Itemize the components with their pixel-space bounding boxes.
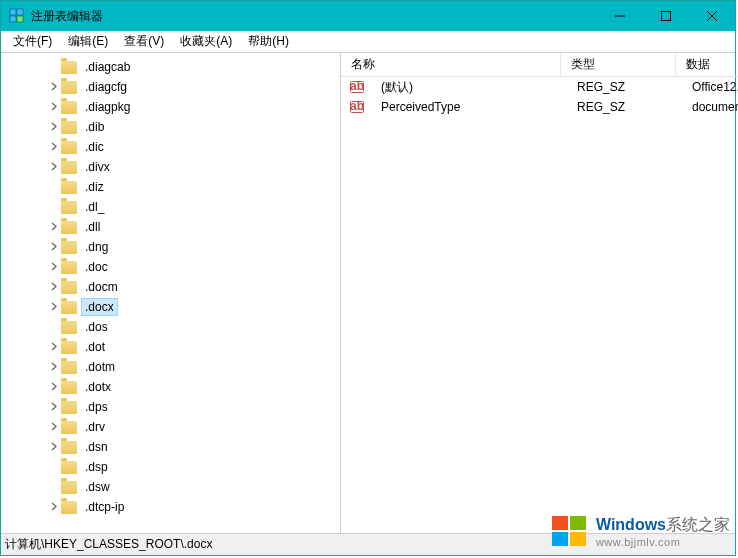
folder-icon xyxy=(61,361,77,374)
tree-node[interactable]: .diagcfg xyxy=(1,77,340,97)
tree-node[interactable]: .doc xyxy=(1,257,340,277)
expand-icon[interactable] xyxy=(47,162,61,173)
expand-icon[interactable] xyxy=(47,422,61,433)
folder-icon xyxy=(61,501,77,514)
tree-horizontal-scrollbar[interactable] xyxy=(1,516,340,533)
tree-node-label: .doc xyxy=(81,258,112,276)
tree-node-label: .dps xyxy=(81,398,112,416)
folder-icon xyxy=(61,181,77,194)
content-area: .diagcab.diagcfg.diagpkg.dib.dic.divx.di… xyxy=(1,53,735,533)
expand-icon[interactable] xyxy=(47,242,61,253)
tree-node-label: .dos xyxy=(81,318,112,336)
close-button[interactable] xyxy=(689,1,735,31)
value-name-cell: (默认) xyxy=(371,79,567,96)
list-pane: 名称 类型 数据 ab(默认)REG_SZOffice12.abPerceive… xyxy=(341,53,738,533)
tree-node[interactable]: .dos xyxy=(1,317,340,337)
tree-node[interactable]: .dib xyxy=(1,117,340,137)
folder-icon xyxy=(61,281,77,294)
list-header: 名称 类型 数据 xyxy=(341,53,738,77)
menu-view[interactable]: 查看(V) xyxy=(116,31,172,52)
tree-node[interactable]: .dsp xyxy=(1,457,340,477)
string-value-icon: ab xyxy=(349,99,365,115)
expand-icon[interactable] xyxy=(47,142,61,153)
menu-favorites[interactable]: 收藏夹(A) xyxy=(172,31,240,52)
tree-view[interactable]: .diagcab.diagcfg.diagpkg.dib.dic.divx.di… xyxy=(1,53,340,516)
menu-help[interactable]: 帮助(H) xyxy=(240,31,297,52)
app-icon xyxy=(9,8,25,24)
column-header-data[interactable]: 数据 xyxy=(676,53,738,76)
registry-editor-window: 注册表编辑器 文件(F) 编辑(E) 查看(V) 收藏夹(A) 帮助(H) .d… xyxy=(0,0,736,556)
tree-node[interactable]: .dll xyxy=(1,217,340,237)
titlebar[interactable]: 注册表编辑器 xyxy=(1,1,735,31)
expand-icon[interactable] xyxy=(47,382,61,393)
expand-icon[interactable] xyxy=(47,402,61,413)
tree-node[interactable]: .dl_ xyxy=(1,197,340,217)
tree-node-label: .dot xyxy=(81,338,109,356)
expand-icon[interactable] xyxy=(47,282,61,293)
svg-text:ab: ab xyxy=(350,99,364,113)
expand-icon[interactable] xyxy=(47,82,61,93)
expand-icon[interactable] xyxy=(47,442,61,453)
tree-node[interactable]: .diagpkg xyxy=(1,97,340,117)
tree-node[interactable]: .diz xyxy=(1,177,340,197)
expand-icon[interactable] xyxy=(47,342,61,353)
tree-node[interactable]: .divx xyxy=(1,157,340,177)
tree-node[interactable]: .dps xyxy=(1,397,340,417)
tree-node-label: .diz xyxy=(81,178,108,196)
expand-icon[interactable] xyxy=(47,502,61,513)
value-name-cell: PerceivedType xyxy=(371,100,567,114)
folder-icon xyxy=(61,321,77,334)
tree-node-label: .divx xyxy=(81,158,114,176)
maximize-button[interactable] xyxy=(643,1,689,31)
statusbar: 计算机\HKEY_CLASSES_ROOT\.docx xyxy=(1,533,735,555)
tree-node[interactable]: .docm xyxy=(1,277,340,297)
list-view[interactable]: ab(默认)REG_SZOffice12.abPerceivedTypeREG_… xyxy=(341,77,738,516)
tree-node-label: .docx xyxy=(81,298,118,316)
menu-file[interactable]: 文件(F) xyxy=(5,31,60,52)
tree-node[interactable]: .docx xyxy=(1,297,340,317)
minimize-button[interactable] xyxy=(597,1,643,31)
tree-node[interactable]: .diagcab xyxy=(1,57,340,77)
tree-node[interactable]: .dot xyxy=(1,337,340,357)
folder-icon xyxy=(61,241,77,254)
folder-icon xyxy=(61,421,77,434)
expand-icon[interactable] xyxy=(47,122,61,133)
list-row[interactable]: ab(默认)REG_SZOffice12. xyxy=(341,77,738,97)
menu-edit[interactable]: 编辑(E) xyxy=(60,31,116,52)
folder-icon xyxy=(61,341,77,354)
folder-icon xyxy=(61,221,77,234)
list-horizontal-scrollbar[interactable] xyxy=(341,516,738,533)
tree-node-label: .dsp xyxy=(81,458,112,476)
tree-node[interactable]: .dic xyxy=(1,137,340,157)
tree-node[interactable]: .dtcp-ip xyxy=(1,497,340,516)
folder-icon xyxy=(61,301,77,314)
expand-icon[interactable] xyxy=(47,362,61,373)
expand-icon[interactable] xyxy=(47,302,61,313)
svg-rect-2 xyxy=(10,16,16,22)
tree-node-label: .dsw xyxy=(81,478,114,496)
tree-node[interactable]: .dotm xyxy=(1,357,340,377)
column-header-name[interactable]: 名称 xyxy=(341,53,561,76)
tree-node[interactable]: .drv xyxy=(1,417,340,437)
tree-pane: .diagcab.diagcfg.diagpkg.dib.dic.divx.di… xyxy=(1,53,341,533)
expand-icon[interactable] xyxy=(47,222,61,233)
column-header-type[interactable]: 类型 xyxy=(561,53,676,76)
folder-icon xyxy=(61,101,77,114)
folder-icon xyxy=(61,161,77,174)
expand-icon[interactable] xyxy=(47,102,61,113)
expand-icon[interactable] xyxy=(47,262,61,273)
tree-node[interactable]: .dsn xyxy=(1,437,340,457)
tree-node-label: .dotx xyxy=(81,378,115,396)
tree-node-label: .dll xyxy=(81,218,104,236)
folder-icon xyxy=(61,61,77,74)
value-type-cell: REG_SZ xyxy=(567,100,682,114)
tree-node[interactable]: .dng xyxy=(1,237,340,257)
folder-icon xyxy=(61,81,77,94)
tree-node[interactable]: .dotx xyxy=(1,377,340,397)
value-type-cell: REG_SZ xyxy=(567,80,682,94)
tree-node[interactable]: .dsw xyxy=(1,477,340,497)
tree-node-label: .drv xyxy=(81,418,109,436)
list-row[interactable]: abPerceivedTypeREG_SZdocumen xyxy=(341,97,738,117)
tree-node-label: .dic xyxy=(81,138,108,156)
folder-icon xyxy=(61,261,77,274)
